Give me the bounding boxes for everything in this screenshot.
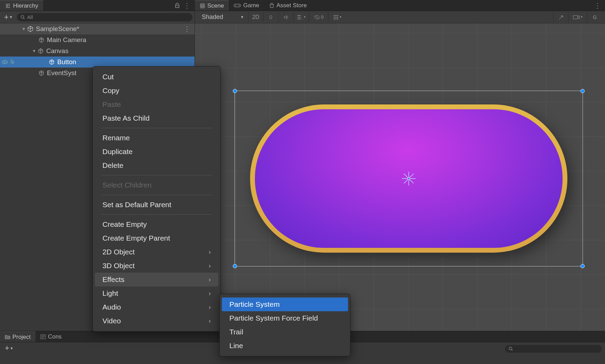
scene-view[interactable] <box>195 23 605 331</box>
chevron-right-icon: › <box>209 317 211 325</box>
chevron-right-icon: › <box>209 262 211 270</box>
2d-toggle[interactable]: 2D <box>248 12 263 22</box>
shading-dropdown[interactable]: Shaded ▼ <box>198 13 248 21</box>
chevron-down-icon: ▼ <box>581 16 583 19</box>
menu-delete[interactable]: Delete <box>95 159 218 172</box>
camera-dropdown[interactable]: ▼ <box>568 12 587 22</box>
submenu-line[interactable]: Line <box>222 339 348 353</box>
search-placeholder: All <box>27 14 33 20</box>
hierarchy-search[interactable]: All <box>17 13 192 21</box>
resize-handle-tl[interactable] <box>233 89 237 93</box>
menu-video[interactable]: Video› <box>95 314 218 328</box>
submenu-particle-force-field[interactable]: Particle System Force Field <box>222 311 348 325</box>
resize-handle-bl[interactable] <box>233 264 237 268</box>
tree-item-main-camera[interactable]: Main Camera <box>0 34 195 46</box>
chevron-right-icon: › <box>209 276 211 283</box>
chevron-down-icon: ▼ <box>9 15 13 19</box>
gameobject-icon <box>38 37 45 43</box>
svg-point-11 <box>334 18 335 19</box>
tree-item-canvas[interactable]: ▼ Canvas <box>0 46 195 57</box>
unity-logo-icon <box>27 26 34 32</box>
visibility-icon[interactable] <box>1 59 8 65</box>
expand-arrow-icon[interactable]: ▼ <box>21 27 27 31</box>
hierarchy-tab-bar: Hierarchy ⋮ <box>0 0 195 11</box>
expand-arrow-icon[interactable]: ▼ <box>31 49 37 53</box>
console-icon <box>40 334 46 339</box>
svg-point-4 <box>239 5 240 6</box>
submenu-particle-system[interactable]: Particle System <box>222 297 348 311</box>
menu-select-children: Select Children <box>95 178 218 192</box>
visibility-toggle[interactable]: 0 <box>309 12 328 22</box>
menu-dots-icon[interactable]: ⋮ <box>184 1 190 10</box>
menu-2d-object[interactable]: 2D Object› <box>95 245 218 259</box>
svg-point-9 <box>335 17 336 18</box>
scene-tab[interactable]: Scene <box>195 0 229 11</box>
menu-light[interactable]: Light› <box>95 286 218 300</box>
gizmos-dropdown[interactable]: G <box>587 12 602 22</box>
game-icon <box>234 3 241 8</box>
menu-duplicate[interactable]: Duplicate <box>95 145 218 159</box>
svg-point-5 <box>334 15 335 16</box>
scene-toolbar: Shaded ▼ 2D ▼ 0 ▼ ▼ <box>195 11 605 23</box>
grid-dropdown[interactable]: ▼ <box>328 12 347 22</box>
tree-item-label: Main Camera <box>47 36 86 44</box>
chevron-right-icon: › <box>209 249 211 256</box>
chevron-right-icon: › <box>209 290 211 297</box>
menu-cut[interactable]: Cut <box>95 70 218 84</box>
transform-gizmo[interactable] <box>402 172 416 185</box>
resize-handle-br[interactable] <box>581 264 585 268</box>
game-tab[interactable]: Game <box>229 0 264 11</box>
svg-rect-14 <box>573 16 578 19</box>
audio-toggle[interactable] <box>278 12 294 22</box>
menu-audio[interactable]: Audio› <box>95 300 218 314</box>
scene-name: SampleScene* <box>36 25 79 33</box>
svg-point-3 <box>235 5 236 6</box>
project-search[interactable] <box>505 345 602 353</box>
create-asset-button[interactable]: + ▼ <box>3 344 16 353</box>
menu-create-empty-parent[interactable]: Create Empty Parent <box>95 231 218 245</box>
resize-handle-tr[interactable] <box>581 89 585 93</box>
svg-point-0 <box>21 16 24 18</box>
scene-row[interactable]: ▼ SampleScene* ⋮ <box>0 23 195 34</box>
menu-paste: Paste <box>95 98 218 111</box>
menu-paste-as-child[interactable]: Paste As Child <box>95 111 218 125</box>
menu-effects[interactable]: Effects› <box>95 273 218 286</box>
plus-icon: + <box>5 344 9 353</box>
gameobject-icon <box>37 48 44 54</box>
lighting-toggle[interactable] <box>263 12 278 22</box>
scene-tab-label: Scene <box>207 2 224 9</box>
pickable-icon[interactable] <box>9 59 16 65</box>
svg-rect-2 <box>234 4 241 7</box>
hierarchy-tab[interactable]: Hierarchy <box>0 0 43 11</box>
project-tab[interactable]: Project <box>0 331 36 342</box>
menu-create-empty[interactable]: Create Empty <box>95 218 218 231</box>
svg-point-13 <box>337 18 338 19</box>
chevron-right-icon: › <box>209 304 211 311</box>
scene-panel: Scene Game Asset Store ⋮ Shaded ▼ 2D <box>195 0 605 331</box>
tools-toggle[interactable] <box>553 12 568 22</box>
menu-rename[interactable]: Rename <box>95 131 218 145</box>
hierarchy-tab-label: Hierarchy <box>13 2 38 9</box>
scene-icon <box>200 3 205 9</box>
svg-point-6 <box>335 15 336 16</box>
menu-copy[interactable]: Copy <box>95 84 218 98</box>
scene-menu-icon[interactable]: ⋮ <box>184 25 190 33</box>
submenu-trail[interactable]: Trail <box>222 325 348 339</box>
menu-3d-object[interactable]: 3D Object› <box>95 259 218 273</box>
effects-dropdown[interactable]: ▼ <box>294 12 309 22</box>
console-tab[interactable]: Cons <box>36 331 67 342</box>
folder-icon <box>5 335 10 340</box>
effects-submenu: Particle System Particle System Force Fi… <box>219 294 350 356</box>
svg-point-10 <box>337 17 338 18</box>
unlock-icon[interactable] <box>175 3 180 8</box>
shading-label: Shaded <box>202 13 223 21</box>
svg-point-15 <box>408 178 410 180</box>
asset-store-tab[interactable]: Asset Store <box>264 0 312 11</box>
menu-dots-icon[interactable]: ⋮ <box>594 1 601 10</box>
console-tab-label: Cons <box>48 333 62 340</box>
chevron-down-icon: ▼ <box>10 346 13 350</box>
bag-icon <box>269 3 275 8</box>
button-selection[interactable] <box>235 91 583 266</box>
create-button[interactable]: + ▼ <box>2 13 15 22</box>
menu-set-default-parent[interactable]: Set as Default Parent <box>95 198 218 212</box>
